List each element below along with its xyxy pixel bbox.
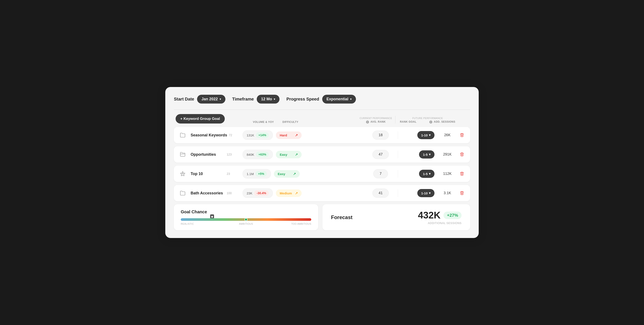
row-name-section: Seasonal Keywords 72 [178, 131, 238, 140]
row-name: Opportunities [190, 152, 225, 157]
row-perf-section: 7 [368, 169, 394, 178]
slider-container: REALISTIC AMBITIOUS TOO AMBITIOUS [181, 218, 311, 225]
goal-chance-title: Goal Chance [181, 209, 311, 214]
row-perf-section: 18 [368, 131, 394, 140]
chevron-down-icon: ▾ [429, 133, 430, 137]
delete-row-button[interactable] [458, 131, 466, 139]
start-date-label: Start Date [174, 97, 194, 102]
row-future-section: 1-10 ▾ 3.1K [402, 189, 456, 197]
volume-yoy-pill: 131K +14% [242, 130, 273, 140]
rank-goal-value: 1-10 [421, 133, 428, 137]
chevron-down-icon: ▾ [429, 153, 430, 156]
row-future-section: 1-5 ▾ 291K [402, 150, 456, 159]
forecast-sublabel: ADDITIONAL SESSIONS [428, 221, 462, 225]
yoy-badge: +5% [256, 171, 266, 177]
row-count: 23 [227, 172, 230, 175]
row-name-section: Top 10 23 [178, 169, 238, 178]
start-date-dropdown[interactable]: Jan 2022 ▾ [197, 95, 225, 104]
row-count: 72 [229, 133, 232, 137]
keyword-rows-container: Seasonal Keywords 72 131K +14% Hard ↗ 18 [174, 127, 470, 201]
avg-rank-header: i AVG. RANK [366, 120, 386, 124]
row-name: Top 10 [190, 172, 225, 176]
row-future-section: 1-10 ▾ 26K [402, 131, 456, 139]
row-count: 123 [227, 153, 232, 156]
timeframe-dropdown[interactable]: 12 Mo ▾ [257, 95, 280, 104]
difficulty-label: Hard [280, 133, 287, 137]
difficulty-arrow-icon: ↗ [295, 133, 298, 137]
forecast-title: Forecast [331, 214, 352, 220]
slider-track[interactable] [181, 218, 311, 221]
forecast-main: 432K +27% [418, 210, 462, 221]
row-mid-section: 23K -30.4% Medium ↗ [238, 188, 305, 198]
folder-icon [178, 131, 187, 140]
section-divider [398, 151, 398, 158]
progress-speed-label: Progress Speed [286, 97, 319, 102]
difficulty-arrow-icon: ↗ [293, 172, 296, 176]
rank-goal-dropdown[interactable]: 1-10 ▾ [417, 131, 434, 139]
row-perf-section: 41 [368, 189, 394, 198]
rank-goal-dropdown[interactable]: 1-5 ▾ [419, 170, 434, 178]
progress-speed-dropdown[interactable]: Exponential ▾ [322, 95, 356, 104]
difficulty-badge: Easy ↗ [274, 170, 300, 178]
folder-icon [178, 189, 187, 198]
difficulty-badge: Easy ↗ [276, 151, 302, 158]
rank-goal-value: 1-5 [423, 172, 428, 176]
yoy-badge: -30.4% [254, 190, 269, 196]
avg-rank-value: 47 [372, 150, 389, 159]
table-row: Bath Accessories 100 23K -30.4% Medium ↗… [174, 185, 470, 201]
delete-row-button[interactable] [458, 189, 466, 197]
row-inner: Seasonal Keywords 72 131K +14% Hard ↗ 18 [178, 130, 466, 140]
rank-goal-header: RANK GOAL [400, 120, 416, 124]
add-sessions-value: 3.1K [439, 191, 456, 195]
info-icon: i [366, 121, 369, 124]
bottom-section: Goal Chance REALISTIC AMBITIOUS TOO AMBI… [174, 204, 470, 230]
row-name-section: Bath Accessories 100 [178, 189, 238, 198]
section-divider [398, 189, 398, 197]
chevron-down-icon: ▾ [429, 191, 430, 195]
difficulty-label: Medium [280, 191, 292, 195]
chevron-down-icon: ▾ [350, 98, 352, 101]
row-name: Seasonal Keywords [190, 133, 227, 137]
forecast-box: Forecast 432K +27% ADDITIONAL SESSIONS [322, 204, 470, 230]
avg-rank-value: 7 [373, 169, 388, 178]
table-row: Top 10 23 1.1M +5% Easy ↗ 7 1-5 [174, 166, 470, 182]
row-mid-section: 840K +63% Easy ↗ [238, 150, 305, 159]
difficulty-header: DIFFICULTY [282, 121, 298, 124]
volume-yoy-pill: 23K -30.4% [242, 188, 273, 198]
add-sessions-header: i ADD. SESSIONS [429, 120, 455, 124]
delete-row-button[interactable] [458, 150, 466, 159]
realistic-label: REALISTIC [181, 222, 194, 225]
delete-row-button[interactable] [458, 170, 466, 178]
table-row: Opportunities 123 840K +63% Easy ↗ 47 [174, 146, 470, 163]
difficulty-arrow-icon: ↗ [295, 153, 298, 157]
top-divider [174, 110, 470, 110]
chevron-down-icon: ▾ [274, 98, 275, 101]
row-perf-section: 47 [368, 150, 394, 159]
row-inner: Opportunities 123 840K +63% Easy ↗ 47 [178, 150, 466, 159]
add-keyword-group-button[interactable]: + Keyword Group Goal [176, 114, 225, 124]
goal-chance-box: Goal Chance REALISTIC AMBITIOUS TOO AMBI… [174, 204, 318, 230]
volume-text: 1.1M [247, 172, 254, 176]
slider-labels: REALISTIC AMBITIOUS TOO AMBITIOUS [181, 222, 311, 225]
volume-text: 23K [247, 191, 252, 195]
rank-goal-dropdown[interactable]: 1-10 ▾ [417, 189, 434, 197]
future-perf-label: FUTURE PERFORMANCE [412, 117, 443, 119]
progress-speed-group: Progress Speed Exponential ▾ [286, 95, 356, 104]
chevron-down-icon: ▾ [220, 98, 221, 101]
timeframe-group: Timeframe 12 Mo ▾ [232, 95, 280, 104]
forecast-numbers: 432K +27% ADDITIONAL SESSIONS [418, 210, 462, 225]
yoy-badge: +63% [256, 152, 269, 157]
slider-marker-dot [211, 216, 213, 218]
difficulty-label: Easy [278, 172, 285, 176]
row-count: 100 [227, 191, 232, 195]
slider-dot [244, 218, 248, 221]
volume-yoy-header: VOLUME & YOY [253, 121, 274, 124]
rank-goal-value: 1-5 [423, 153, 428, 156]
rank-goal-value: 1-10 [421, 191, 428, 195]
difficulty-badge: Hard ↗ [276, 131, 302, 139]
rank-goal-dropdown[interactable]: 1-5 ▾ [419, 150, 434, 159]
current-perf-label: CURRENT PERFORMANCE [360, 117, 392, 119]
avg-rank-value: 18 [372, 131, 389, 140]
row-inner: Top 10 23 1.1M +5% Easy ↗ 7 1-5 [178, 169, 466, 178]
sparkle-icon [178, 169, 187, 178]
